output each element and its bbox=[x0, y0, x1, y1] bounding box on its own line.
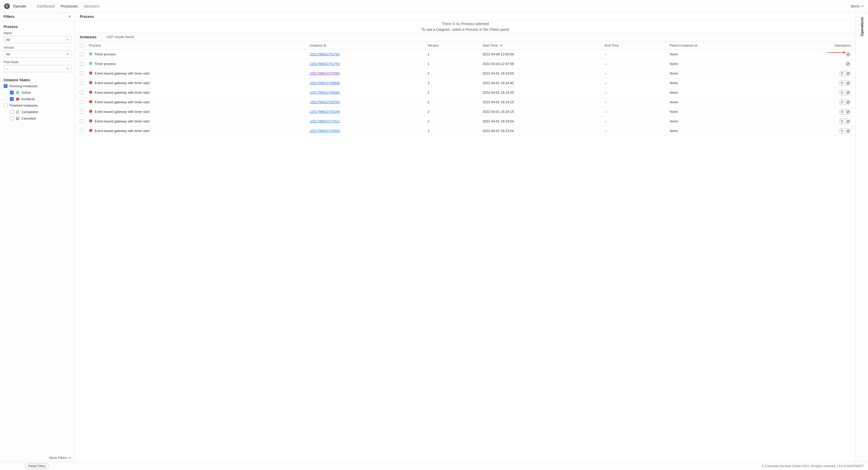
table-row: Timer process225179981375176312022-04-04… bbox=[75, 49, 856, 59]
cell-start-time: 2022-04-01 16:24:15 bbox=[480, 107, 602, 116]
operation-buttons bbox=[839, 99, 851, 105]
collapse-icon bbox=[68, 15, 72, 19]
instance-id-link[interactable]: 2251799813737699 bbox=[310, 71, 340, 75]
completed-checkbox[interactable]: Completed bbox=[10, 110, 71, 114]
retry-instance-button[interactable] bbox=[839, 119, 845, 124]
instance-id-link[interactable]: 2251799813723305 bbox=[310, 129, 340, 133]
retry-instance-button[interactable] bbox=[839, 80, 845, 86]
nav-decisions[interactable]: Decisions bbox=[84, 4, 99, 8]
row-checkbox[interactable] bbox=[80, 81, 84, 85]
retry-instance-button[interactable] bbox=[839, 128, 845, 134]
user-menu[interactable]: demo bbox=[850, 4, 864, 8]
svg-rect-23 bbox=[90, 83, 91, 83]
cell-end-time: -- bbox=[602, 126, 667, 136]
process-panel-title: Process bbox=[75, 12, 856, 21]
collapse-sidebar-button[interactable] bbox=[66, 12, 75, 21]
cancel-instance-button[interactable] bbox=[845, 109, 851, 115]
process-name: Event based gateway with timer start bbox=[95, 71, 150, 75]
col-parent[interactable]: Parent Instance Id bbox=[670, 43, 697, 47]
header-left: C Operate Dashboard Processes Decisions bbox=[4, 0, 106, 12]
row-checkbox[interactable] bbox=[80, 62, 84, 66]
row-status: Event based gateway with timer start bbox=[89, 90, 305, 95]
col-instance-id[interactable]: Instance Id bbox=[310, 43, 326, 47]
canceled-checkbox[interactable]: Canceled bbox=[10, 116, 71, 120]
cell-start-time: 2022-04-01 16:24:35 bbox=[480, 88, 602, 97]
instance-id-link[interactable]: 2251799813733184 bbox=[310, 110, 340, 113]
table-row: Event based gateway with timer start2251… bbox=[75, 97, 856, 107]
row-checkbox[interactable] bbox=[80, 129, 84, 133]
process-name: Event based gateway with timer start bbox=[95, 129, 150, 133]
cancel-instance-button[interactable] bbox=[845, 128, 851, 134]
name-select[interactable]: All bbox=[4, 36, 71, 43]
svg-rect-38 bbox=[90, 112, 91, 112]
table-row: Event based gateway with timer start2251… bbox=[75, 69, 856, 78]
active-checkbox[interactable]: ✓ Active bbox=[10, 91, 71, 95]
row-checkbox[interactable] bbox=[80, 71, 84, 75]
instance-id-link[interactable]: 2251799813735704 bbox=[310, 100, 340, 104]
cell-version: 2 bbox=[425, 107, 480, 116]
active-label: Active bbox=[22, 91, 31, 95]
more-filters-button[interactable]: More Filters bbox=[0, 454, 75, 462]
col-version[interactable]: Version bbox=[428, 43, 439, 47]
version-value: All bbox=[6, 52, 9, 56]
checkbox-icon: ✓ bbox=[4, 84, 7, 88]
cancel-instance-button[interactable] bbox=[845, 71, 851, 76]
select-all-checkbox[interactable] bbox=[80, 43, 84, 47]
row-checkbox[interactable] bbox=[80, 110, 84, 113]
retry-instance-button[interactable] bbox=[839, 71, 845, 76]
flownode-label: Flow Node bbox=[4, 60, 71, 64]
row-checkbox[interactable] bbox=[80, 119, 84, 123]
instance-id-link[interactable]: 2251799813736393 bbox=[310, 91, 340, 95]
retry-instance-button[interactable] bbox=[839, 109, 845, 115]
cancel-instance-button[interactable] bbox=[845, 90, 851, 96]
cancel-instance-button[interactable] bbox=[845, 61, 851, 67]
table-wrapper[interactable]: Process Instance Id Version Start Time E… bbox=[75, 41, 856, 462]
incidents-checkbox[interactable]: ✓ Incidents bbox=[10, 97, 71, 101]
incident-icon bbox=[89, 90, 93, 95]
svg-rect-33 bbox=[90, 102, 91, 103]
col-end-time[interactable]: End Time bbox=[605, 43, 619, 47]
row-checkbox[interactable] bbox=[80, 100, 84, 104]
nav-dashboard[interactable]: Dashboard bbox=[37, 4, 55, 8]
operations-toggle[interactable]: Operations bbox=[860, 17, 864, 36]
instances-table: Process Instance Id Version Start Time E… bbox=[75, 41, 856, 136]
cell-parent: None bbox=[667, 97, 776, 107]
flownode-select[interactable]: -- bbox=[4, 65, 71, 72]
states-title: Instance States bbox=[4, 78, 71, 82]
cell-parent: None bbox=[667, 59, 776, 69]
cell-end-time: -- bbox=[602, 107, 667, 116]
cell-end-time: -- bbox=[602, 88, 667, 97]
row-checkbox[interactable] bbox=[80, 91, 84, 95]
svg-rect-28 bbox=[90, 93, 91, 93]
nav-processes[interactable]: Processes bbox=[61, 4, 78, 8]
cancel-instance-button[interactable] bbox=[845, 52, 851, 57]
svg-point-13 bbox=[90, 63, 91, 64]
instance-id-link[interactable]: 2251799813751763 bbox=[310, 52, 340, 56]
placeholder-line2: To see a Diagram, select a Process in th… bbox=[422, 27, 509, 32]
running-checkbox[interactable]: ✓ Running Instances bbox=[4, 84, 71, 88]
finished-checkbox[interactable]: Finished Instances bbox=[4, 103, 71, 107]
cancel-instance-button[interactable] bbox=[845, 80, 851, 86]
svg-rect-48 bbox=[90, 131, 91, 132]
cancel-instance-button[interactable] bbox=[845, 119, 851, 124]
retry-instance-button[interactable] bbox=[839, 90, 845, 96]
svg-line-15 bbox=[847, 63, 849, 65]
svg-line-30 bbox=[847, 92, 849, 94]
row-checkbox[interactable] bbox=[80, 52, 84, 56]
operation-buttons bbox=[839, 119, 851, 124]
cancel-instance-button[interactable] bbox=[845, 99, 851, 105]
col-process[interactable]: Process bbox=[89, 43, 101, 47]
version-select[interactable]: All bbox=[4, 51, 71, 58]
running-label: Running Instances bbox=[9, 84, 37, 88]
operation-buttons bbox=[839, 128, 851, 134]
incident-icon bbox=[89, 119, 93, 124]
instance-id-link[interactable]: 2251799813736946 bbox=[310, 81, 340, 85]
instance-id-link[interactable]: 2251799813751753 bbox=[310, 62, 340, 66]
retry-instance-button[interactable] bbox=[839, 99, 845, 105]
filters-title: Filters bbox=[4, 14, 14, 19]
reset-filters-button[interactable]: Reset Filters bbox=[25, 463, 49, 469]
instance-id-link[interactable]: 2251799813727812 bbox=[310, 119, 340, 123]
col-start-time[interactable]: Start Time bbox=[483, 43, 498, 47]
cell-end-time: -- bbox=[602, 116, 667, 126]
process-name: Timer process bbox=[95, 62, 116, 66]
